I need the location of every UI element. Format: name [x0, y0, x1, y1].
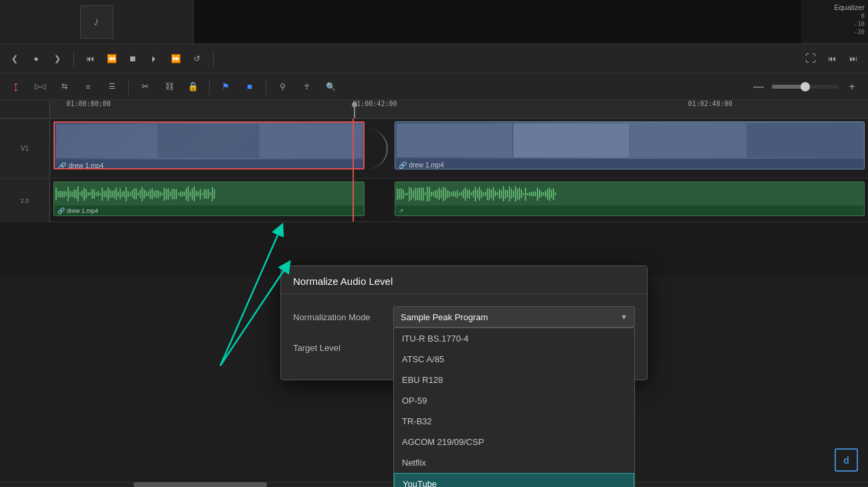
- scroll-thumb[interactable]: [134, 482, 267, 487]
- trim-tool[interactable]: ▷◁: [29, 77, 51, 97]
- sep1: [73, 51, 74, 67]
- prev-edit-btn[interactable]: ⏮: [824, 51, 840, 67]
- loop-btn[interactable]: ↺: [189, 51, 205, 67]
- select-tool[interactable]: ⭥: [5, 77, 27, 97]
- toolbar: ⭥ ▷◁ ⇆ ≡ ☰ ✂ ⛓ 🔒 ⚑ ■ ⚲ ☥ 🔍 — +: [0, 73, 868, 100]
- preview-main: [194, 0, 801, 43]
- color-marker-tool[interactable]: ■: [239, 77, 260, 97]
- zoom-in-tool[interactable]: 🔍: [320, 77, 341, 97]
- zoom-slider-thumb[interactable]: [801, 82, 810, 91]
- tool-sep3: [266, 79, 266, 95]
- normalization-mode-row: Normalization Mode Sample Peak Program ▼…: [293, 306, 635, 328]
- ruler-mark-2: 01:00:42:00: [353, 100, 397, 107]
- zoom-out-tool[interactable]: ⚲: [272, 77, 293, 97]
- marker-tool[interactable]: ⚑: [215, 77, 236, 97]
- nav-next-btn[interactable]: ❯: [49, 51, 65, 67]
- next-frame-btn[interactable]: ⏩: [168, 51, 184, 67]
- razor-tool[interactable]: ✂: [134, 77, 156, 97]
- roll-tool[interactable]: ≡: [77, 77, 99, 97]
- next-edit-btn[interactable]: ⏭: [845, 51, 861, 67]
- svg-line-1: [220, 229, 280, 366]
- selected-mode-value: Sample Peak Program: [401, 312, 488, 322]
- link-tool[interactable]: ⛓: [158, 77, 180, 97]
- tracks-area: V1 🔗 drew 1.mp4: [0, 119, 868, 482]
- skip-start-btn[interactable]: ⏮: [82, 51, 98, 67]
- option-atsc[interactable]: ATSC A/85: [394, 349, 634, 370]
- zoom-minus-btn[interactable]: —: [748, 77, 769, 97]
- svg-line-2: [220, 266, 287, 366]
- equalizer-label: Equalizer: [834, 3, 865, 11]
- dialog-title: Normalize Audio Level: [281, 266, 647, 294]
- equalizer-panel: Equalizer 0 -10 -20: [801, 0, 868, 43]
- tool-sep2: [209, 79, 210, 95]
- preview-panel-left: ♪: [0, 0, 194, 43]
- media-icon: ♪: [80, 5, 114, 39]
- transport-bar: ❮ ● ❯ ⏮ ⏪ ⏹ ⏵ ⏩ ↺ ⛶ ⏮ ⏭: [0, 43, 868, 73]
- normalization-mode-select-wrapper: Sample Peak Program ▼ ITU-R BS.1770-4 AT…: [393, 306, 635, 328]
- ruler-mark-3: 01:02:48:00: [688, 100, 732, 107]
- prev-frame-btn[interactable]: ⏪: [103, 51, 120, 67]
- eq-scale: 0 -10 -20: [854, 13, 865, 35]
- target-level-label: Target Level: [293, 343, 387, 353]
- play-btn[interactable]: ⏵: [146, 51, 162, 67]
- zoom-slider-track: [772, 85, 839, 89]
- dialog-overlay: Normalize Audio Level Normalization Mode…: [0, 119, 868, 482]
- ruler-mark-1: 01:00:00;00: [67, 100, 111, 107]
- fullscreen-btn[interactable]: ⛶: [803, 51, 819, 67]
- stop-btn[interactable]: ⏹: [125, 51, 141, 67]
- zoom-plus-btn[interactable]: +: [841, 77, 863, 97]
- option-ebu[interactable]: EBU R128: [394, 370, 634, 390]
- normalization-mode-dropdown[interactable]: ITU-R BS.1770-4 ATSC A/85 EBU R128 OP-59…: [393, 328, 635, 487]
- tool-sep1: [128, 79, 129, 95]
- option-itu-r[interactable]: ITU-R BS.1770-4: [394, 328, 634, 349]
- zoom-fit-tool[interactable]: ☥: [296, 77, 317, 97]
- normalize-dialog: Normalize Audio Level Normalization Mode…: [280, 266, 648, 380]
- normalization-mode-label: Normalization Mode: [293, 312, 387, 322]
- lock-tool[interactable]: 🔒: [182, 77, 204, 97]
- option-youtube[interactable]: YouTube: [394, 473, 634, 487]
- nav-dot-btn[interactable]: ●: [28, 51, 44, 67]
- slip-tool[interactable]: ⇆: [53, 77, 75, 97]
- dialog-body: Normalization Mode Sample Peak Program ▼…: [281, 294, 647, 380]
- option-netflix[interactable]: Netflix: [394, 452, 634, 473]
- option-op59[interactable]: OP-59: [394, 390, 634, 411]
- option-tr-b32[interactable]: TR-B32: [394, 411, 634, 432]
- timeline-ruler: 01:00:00;00 01:00:42:00 01:02:48:00: [0, 100, 868, 119]
- ripple-tool[interactable]: ☰: [101, 77, 123, 97]
- nav-prev-btn[interactable]: ❮: [7, 51, 23, 67]
- sep2: [213, 51, 214, 67]
- normalization-mode-select[interactable]: Sample Peak Program ▼: [393, 306, 635, 328]
- dropdown-chevron: ▼: [620, 313, 628, 321]
- option-agcom[interactable]: AGCOM 219/09/CSP: [394, 432, 634, 452]
